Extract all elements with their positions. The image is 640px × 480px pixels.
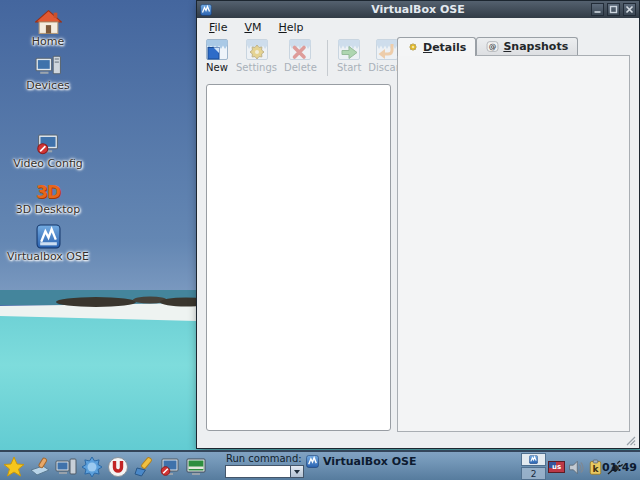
u-app-launcher[interactable] bbox=[106, 455, 130, 479]
brush-icon bbox=[133, 456, 155, 478]
snapshots-tab-icon: @ bbox=[486, 40, 499, 53]
devices-icon bbox=[35, 53, 62, 78]
menu-vm[interactable]: VM bbox=[241, 20, 264, 35]
run-command-label: Run command: bbox=[226, 453, 304, 464]
desktop-icon-label: Devices bbox=[26, 79, 69, 92]
svg-text:@: @ bbox=[489, 42, 497, 51]
video-config-tray-icon bbox=[159, 456, 181, 478]
video-config-icon bbox=[35, 133, 61, 156]
workspace-window-icon bbox=[529, 455, 538, 464]
delete-button[interactable]: Delete bbox=[284, 38, 317, 73]
desktop-icon-video-config[interactable]: Video Config bbox=[0, 133, 96, 170]
clock-label: 01:49 bbox=[602, 461, 637, 474]
taskbar-clock: 01:49 bbox=[602, 452, 637, 480]
resize-grip[interactable] bbox=[626, 436, 636, 446]
taskbar-task-virtualbox[interactable]: VirtualBox OSE bbox=[306, 455, 416, 468]
video-config-launcher[interactable] bbox=[158, 455, 182, 479]
close-button[interactable] bbox=[623, 3, 636, 16]
window-statusbar bbox=[199, 434, 637, 447]
new-vm-label: New bbox=[206, 62, 228, 73]
details-panel bbox=[397, 55, 630, 432]
keyboard-layout-label: us bbox=[552, 464, 561, 471]
brush-launcher[interactable] bbox=[132, 455, 156, 479]
star-icon bbox=[3, 456, 25, 478]
settings-label: Settings bbox=[236, 62, 277, 73]
desktop-icon-home[interactable]: Home bbox=[0, 9, 96, 48]
desktop-icon-label: Video Config bbox=[13, 157, 83, 170]
discard-icon bbox=[375, 38, 399, 62]
details-tab-icon bbox=[407, 41, 419, 53]
run-command-dropdown-button[interactable] bbox=[291, 465, 304, 478]
minimize-button[interactable] bbox=[591, 3, 604, 16]
task-button-label: VirtualBox OSE bbox=[323, 455, 416, 468]
stamp-launcher[interactable] bbox=[28, 455, 52, 479]
start-label: Start bbox=[337, 62, 361, 73]
virtualbox-window: VirtualBox OSE File VM Help bbox=[196, 0, 640, 449]
desktop-icon-virtualbox[interactable]: Virtualbox OSE bbox=[0, 224, 96, 263]
desktop-icon-label: 3D Desktop bbox=[16, 203, 80, 216]
run-command-input[interactable] bbox=[225, 465, 291, 478]
desktop-icon-label: Virtualbox OSE bbox=[7, 250, 89, 263]
delete-icon bbox=[288, 38, 312, 62]
window-titlebar[interactable]: VirtualBox OSE bbox=[197, 1, 639, 18]
workspace-2-cell[interactable]: 2 bbox=[521, 467, 546, 480]
settings-icon bbox=[245, 38, 269, 62]
virtualbox-task-icon bbox=[306, 455, 319, 468]
klipper-icon[interactable]: k bbox=[588, 459, 603, 476]
virtualbox-icon bbox=[36, 224, 61, 249]
volume-icon[interactable] bbox=[568, 459, 585, 476]
window-title: VirtualBox OSE bbox=[197, 3, 639, 16]
tab-snapshots-label: Snapshots bbox=[503, 40, 568, 53]
toolbar-separator bbox=[327, 40, 328, 76]
maximize-button[interactable] bbox=[607, 3, 620, 16]
delete-label: Delete bbox=[284, 62, 317, 73]
taskbar-launchers bbox=[2, 455, 208, 479]
menu-file[interactable]: File bbox=[206, 20, 230, 35]
window-titlebar-icon bbox=[200, 4, 212, 16]
workspace-2-label: 2 bbox=[531, 469, 537, 479]
u-ring-icon bbox=[107, 456, 129, 478]
new-vm-icon bbox=[205, 38, 229, 62]
3d-icon: 3D bbox=[36, 182, 60, 202]
new-vm-button[interactable]: New bbox=[205, 38, 229, 73]
workspace-1-cell[interactable] bbox=[521, 453, 546, 466]
desktop-icon-label: Home bbox=[32, 35, 64, 48]
menu-star-button[interactable] bbox=[2, 455, 26, 479]
desktop-icon-devices[interactable]: Devices bbox=[0, 53, 96, 92]
minimize-icon bbox=[593, 5, 602, 14]
menu-help[interactable]: Help bbox=[275, 20, 306, 35]
svg-text:k: k bbox=[593, 463, 600, 473]
workspace-pager: 2 bbox=[521, 453, 546, 480]
maximize-icon bbox=[609, 5, 618, 14]
desktop-icon-3d-desktop[interactable]: 3D 3D Desktop bbox=[0, 182, 96, 216]
settings-button[interactable]: Settings bbox=[236, 38, 277, 73]
keyboard-layout-indicator[interactable]: us bbox=[548, 461, 565, 473]
vm-list-panel[interactable] bbox=[206, 84, 391, 431]
details-snapshots-tabs: Details @ Snapshots bbox=[397, 37, 578, 56]
taskbar: Run command: VirtualBox OSE bbox=[0, 450, 640, 480]
tab-details[interactable]: Details bbox=[397, 37, 476, 56]
tab-snapshots[interactable]: @ Snapshots bbox=[476, 37, 578, 55]
start-icon bbox=[337, 38, 361, 62]
tab-details-label: Details bbox=[423, 41, 466, 54]
spiky-mascot-launcher[interactable] bbox=[80, 455, 104, 479]
stamp-icon bbox=[29, 456, 51, 478]
run-command-block: Run command: bbox=[225, 453, 304, 478]
start-button[interactable]: Start bbox=[337, 38, 361, 73]
menubar: File VM Help bbox=[197, 18, 639, 37]
computer-icon bbox=[55, 456, 77, 478]
computer-launcher[interactable] bbox=[54, 455, 78, 479]
display-launcher[interactable] bbox=[184, 455, 208, 479]
chevron-down-icon bbox=[294, 470, 300, 474]
green-display-icon bbox=[185, 456, 207, 478]
home-icon bbox=[35, 9, 62, 34]
close-icon bbox=[625, 5, 634, 14]
desktop: Home Devices Video Config 3D 3D Desktop bbox=[0, 0, 640, 480]
spiky-ball-icon bbox=[81, 456, 103, 478]
